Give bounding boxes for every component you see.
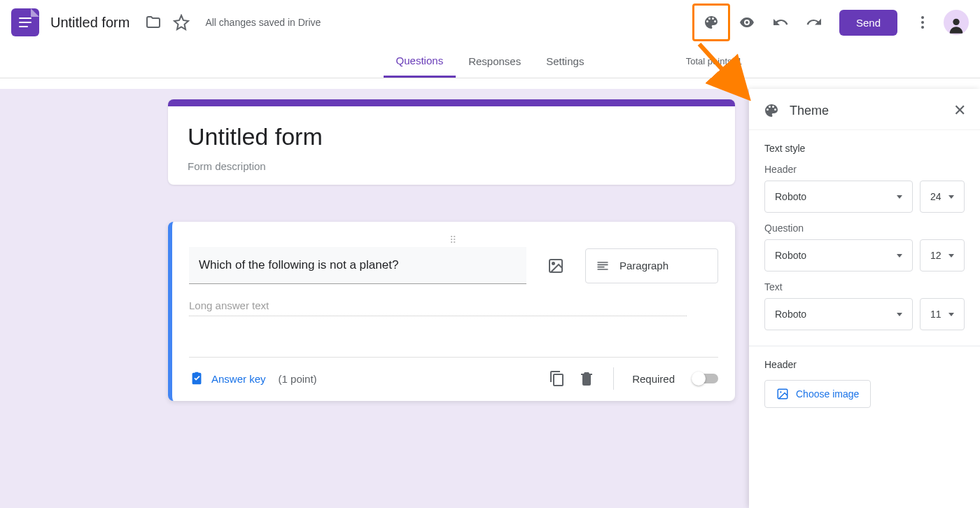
app-header: Untitled form All changes saved in Drive… [0,0,980,45]
required-label: Required [632,373,675,385]
add-image-button[interactable] [540,251,571,281]
question-size-select[interactable]: 12 [920,239,965,271]
save-status: All changes saved in Drive [205,17,321,28]
answer-key-label: Answer key [211,373,266,385]
duplicate-button[interactable] [549,370,566,387]
image-icon [776,388,789,400]
header-font-label: Header [764,164,965,175]
account-avatar[interactable] [944,10,969,35]
question-font-select[interactable]: Roboto [764,239,913,271]
theme-panel-title: Theme [790,104,944,118]
header-font-select[interactable]: Roboto [764,181,913,213]
more-options-button[interactable] [906,6,939,39]
tab-questions[interactable]: Questions [384,45,456,78]
answer-key-button[interactable]: Answer key [189,371,266,386]
header-section-label: Header [764,359,965,370]
choose-image-button[interactable]: Choose image [764,380,871,408]
chevron-down-icon [897,313,902,316]
text-style-section-label: Text style [764,143,965,154]
chevron-down-icon [948,254,954,257]
points-label: (1 point) [279,373,317,385]
tabs-row: Questions Responses Settings Total point… [0,45,980,78]
theme-panel: Theme ✕ Text style Header Roboto 24 Ques… [749,89,980,508]
tab-responses[interactable]: Responses [456,45,533,78]
header-size-select[interactable]: 24 [920,181,965,213]
question-font-label: Question [764,223,965,234]
chevron-down-icon [948,313,954,316]
answer-key-icon [189,371,204,386]
delete-button[interactable] [578,370,595,387]
customize-theme-button[interactable] [692,3,730,41]
text-size-select[interactable]: 11 [920,298,965,330]
chevron-down-icon [897,195,902,199]
form-header-card[interactable]: Untitled form Form description [168,99,735,185]
svg-point-5 [552,262,554,264]
undo-button[interactable] [764,6,797,39]
svg-point-0 [921,16,924,19]
svg-point-1 [921,21,924,24]
drag-handle-icon[interactable]: ⠿ [189,234,718,244]
star-icon[interactable] [173,14,190,31]
text-font-select[interactable]: Roboto [764,298,913,330]
long-answer-placeholder: Long answer text [189,299,687,316]
svg-point-7 [780,391,781,393]
question-card[interactable]: ⠿ Paragraph Long answer text Answer key … [168,222,735,401]
question-text-input[interactable] [189,247,526,284]
svg-point-3 [953,19,959,25]
redo-button[interactable] [797,6,831,39]
send-button[interactable]: Send [839,10,897,36]
chevron-down-icon [948,195,954,199]
question-type-label: Paragraph [620,260,668,271]
form-title[interactable]: Untitled form [188,123,715,150]
forms-logo-icon[interactable] [11,8,39,36]
required-toggle[interactable] [693,374,718,383]
palette-icon [763,102,780,119]
chevron-down-icon [897,254,902,257]
tab-settings[interactable]: Settings [533,45,596,78]
document-title[interactable]: Untitled form [50,15,130,31]
total-points-label: Total points: 1 [686,56,742,66]
close-theme-button[interactable]: ✕ [953,101,966,120]
paragraph-icon [596,259,610,273]
svg-point-2 [921,26,924,29]
text-font-label: Text [764,281,965,292]
preview-button[interactable] [730,6,764,39]
choose-image-label: Choose image [796,388,859,400]
move-to-folder-icon[interactable] [145,14,162,31]
question-type-select[interactable]: Paragraph [585,248,718,283]
form-description[interactable]: Form description [188,160,715,172]
